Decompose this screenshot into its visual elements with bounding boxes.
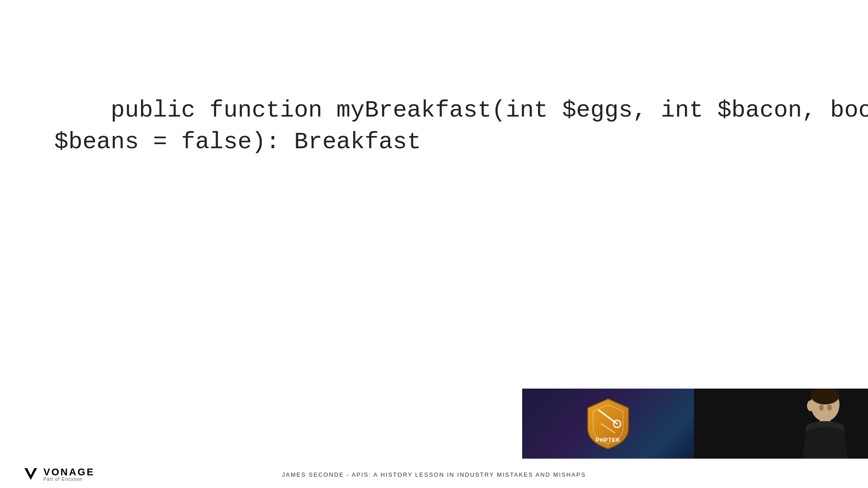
presentation-title: JAMES SECONDE - APIS: A HISTORY LESSON I… <box>282 471 586 478</box>
svg-point-11 <box>827 404 832 411</box>
code-line-1: public function myBreakfast(int $eggs, i… <box>111 97 868 124</box>
video-right-panel <box>694 389 868 459</box>
speaker-svg <box>694 389 868 459</box>
vonage-name: VONAGE <box>43 467 94 477</box>
vonage-v-icon <box>23 466 39 483</box>
footer: VONAGE Part of Ericsson JAMES SECONDE - … <box>0 461 868 488</box>
speaker-video: PHPTEK 2 <box>522 389 868 459</box>
vonage-wordmark: VONAGE Part of Ericsson <box>43 467 94 482</box>
code-line-2: $beans = false): Breakfast <box>54 129 421 155</box>
speaker-silhouette <box>694 389 868 459</box>
vonage-logo: VONAGE Part of Ericsson <box>23 466 94 483</box>
svg-text:PHPTEK: PHPTEK <box>596 437 621 443</box>
svg-text:2: 2 <box>607 443 610 448</box>
svg-point-9 <box>807 400 814 411</box>
phptek-badge: PHPTEK 2 <box>583 397 633 451</box>
video-left-panel: PHPTEK 2 <box>522 389 694 459</box>
code-display: public function myBreakfast(int $eggs, i… <box>54 63 814 190</box>
vonage-sub: Part of Ericsson <box>43 477 94 482</box>
svg-point-10 <box>819 404 824 411</box>
